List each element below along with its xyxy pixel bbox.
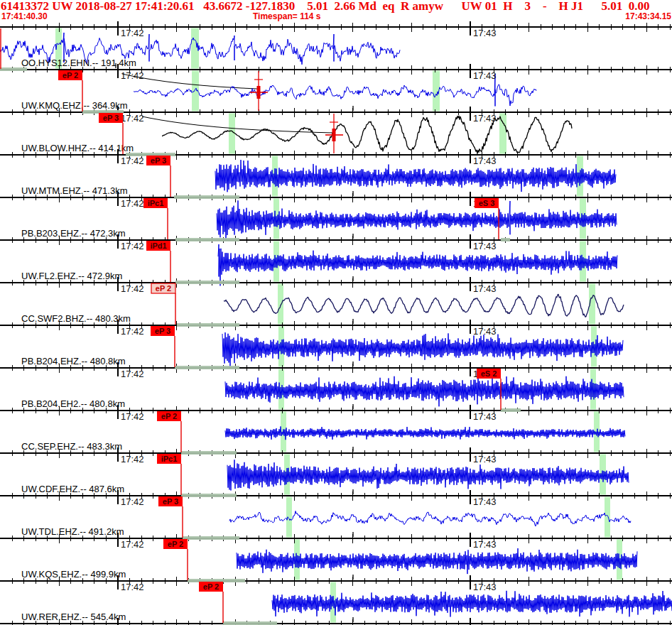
coda-window-bar [175, 238, 239, 241]
station-label: OO.HYS12.EHN.-- 191.4km [21, 58, 136, 68]
coda-window-bar [181, 451, 237, 455]
coda-window-bar [0, 67, 27, 71]
phase-pick-label[interactable]: eP 2 [156, 284, 171, 293]
minute-label: 17:42 [121, 241, 144, 251]
minute-label: 17:42 [121, 539, 144, 550]
minute-label: 17:43 [473, 241, 497, 251]
minute-label: 17:42 [121, 70, 144, 81]
arrival-window-band [278, 284, 283, 325]
station-label: UW.KMQ.EHZ.-- 364.9km [21, 100, 128, 111]
station-label: UW.FL2.EHZ.-- 472.9km [21, 271, 122, 281]
minute-label: 17:43 [473, 113, 497, 124]
station-label: PB.B203.EHZ.-- 472.3km [21, 228, 126, 239]
minute-label: 17:43 [473, 156, 497, 166]
coda-pick-handle[interactable] [257, 86, 261, 99]
coda-window-bar [174, 195, 239, 199]
waveform-panel[interactable]: 17:4217:43OO.HYS12.EHN.-- 191.4km17:4217… [0, 0, 672, 625]
phase-pick-label[interactable]: eP 2 [203, 582, 219, 591]
window-start-time: 17:41:40.30 [1, 11, 48, 21]
minute-label: 17:42 [121, 326, 144, 337]
minute-label: 17:43 [473, 28, 497, 38]
phase-pick-label[interactable]: eP 3 [155, 327, 170, 335]
phase-pick-label[interactable]: eP 3 [151, 156, 166, 165]
minute-label: 17:43 [473, 582, 497, 592]
station-label: UW.MTM.EHZ.-- 471.3km [21, 185, 128, 196]
phase-pick-label[interactable]: eP 3 [163, 497, 178, 506]
station-label: PB.B204.EHZ.-- 480.8km [21, 356, 126, 366]
arrival-window-band [499, 114, 506, 154]
minute-label: 17:43 [473, 411, 497, 422]
timespan-label: Timespan= 114 s [253, 11, 321, 21]
waveform-trace[interactable] [225, 376, 624, 407]
station-label: UW.RER.EHZ.-- 545.4km [21, 612, 126, 622]
phase-pick-label[interactable]: iPc1 [148, 199, 164, 207]
phase-pick-label[interactable]: eP 3 [103, 114, 119, 122]
minute-label: 17:42 [121, 411, 144, 422]
station-label: UW.TDL.EHZ.-- 491.2km [21, 526, 124, 537]
window-end-time: 17:43:34.15 [625, 11, 671, 21]
coda-window-bar [175, 281, 239, 284]
phase-pick-label[interactable]: eS 3 [479, 199, 495, 207]
coda-window-bar [177, 323, 239, 327]
waveform-trace[interactable] [224, 294, 624, 317]
station-label: UW.KQS.EHZ.-- 499.9km [21, 569, 126, 580]
minute-label: 17:42 [121, 113, 144, 124]
seismogram-review-window: 17:4217:43OO.HYS12.EHN.-- 191.4km17:4217… [0, 0, 672, 625]
coda-window-bar [501, 408, 521, 412]
minute-label: 17:42 [121, 283, 144, 294]
minute-label: 17:42 [121, 198, 144, 209]
phase-pick-label[interactable]: eP 2 [168, 540, 183, 548]
station-label: PB.B204.EH2.-- 480.8km [21, 398, 125, 409]
minute-label: 17:42 [121, 582, 144, 592]
minute-label: 17:43 [473, 326, 497, 337]
minute-label: 17:43 [473, 539, 497, 550]
decay-curve [142, 116, 334, 133]
phase-pick-label[interactable]: iPc1 [161, 455, 178, 463]
minute-label: 17:42 [121, 454, 144, 464]
arrival-window-band [286, 497, 292, 538]
phase-pick-label[interactable]: eP 2 [63, 71, 78, 80]
coda-window-bar [501, 238, 510, 241]
phase-pick-label[interactable]: iPd1 [150, 241, 166, 250]
phase-pick-label[interactable]: eP 2 [161, 412, 177, 420]
time-ruler-header: 17:41:40.30 Timespan= 114 s 17:43:34.15 [0, 11, 672, 23]
minute-label: 17:43 [473, 70, 497, 81]
arrival-window-band [605, 497, 610, 538]
coda-window-bar [175, 366, 239, 369]
waveform-trace[interactable] [162, 116, 572, 153]
minute-label: 17:42 [121, 156, 144, 166]
coda-window-bar [183, 536, 239, 540]
minute-label: 17:43 [473, 454, 497, 464]
coda-pick-handle[interactable] [332, 129, 336, 141]
minute-label: 17:43 [473, 496, 497, 507]
minute-label: 17:43 [473, 283, 497, 294]
station-label: CC.SEP.EHZ.-- 483.3km [21, 441, 122, 452]
station-label: UW.CDF.EHZ.-- 487.6km [21, 484, 124, 494]
minute-label: 17:42 [121, 28, 144, 38]
coda-window-bar [181, 494, 237, 497]
station-label: CC.SWF2.BHZ.-- 480.3km [21, 313, 131, 324]
minute-label: 17:42 [121, 496, 144, 507]
phase-pick-label[interactable]: eS 2 [481, 369, 497, 378]
coda-window-bar [223, 621, 277, 625]
minute-label: 17:42 [121, 369, 144, 379]
station-label: UW.BLOW.HHZ.-- 414.1km [21, 143, 134, 153]
